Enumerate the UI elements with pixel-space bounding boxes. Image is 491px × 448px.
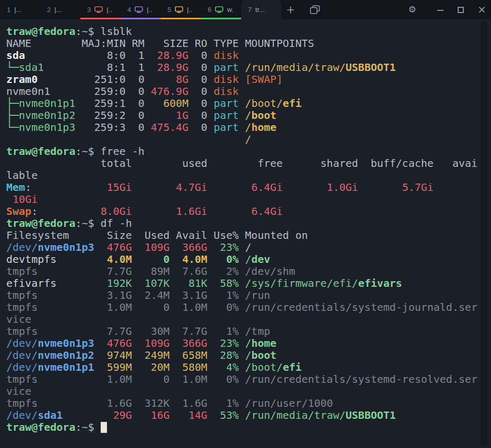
- terminal-line: vice: [6, 385, 491, 397]
- new-tab-button[interactable]: [281, 0, 300, 19]
- tab-number: 2: [47, 6, 51, 14]
- terminal-line: zram0 251:0 0 8G 0 disk [SWAP]: [6, 74, 491, 86]
- maximize-icon: [457, 6, 464, 14]
- terminal-line: NAME MAJ:MIN RM SIZE RO TYPE MOUNTPOINTS: [6, 38, 491, 50]
- tab-title: |..: [106, 6, 112, 14]
- tab-number: 5: [167, 6, 171, 14]
- tab-title: |..: [187, 6, 193, 14]
- settings-button[interactable]: ⚙: [405, 0, 419, 19]
- terminal-line: devtmpfs 4.0M 0 4.0M 0% /dev: [6, 253, 491, 265]
- terminal-line: /: [6, 134, 491, 146]
- tab-5[interactable]: 5 |..: [161, 0, 201, 19]
- plus-icon: [286, 6, 295, 14]
- gear-icon: ⚙: [408, 5, 416, 14]
- text-cursor: [101, 422, 107, 433]
- terminal-line: efivarfs 192K 107K 81K 58% /sys/firmware…: [6, 277, 491, 289]
- terminal-line: Swap: 8.0Gi 1.6Gi 6.4Gi: [6, 205, 491, 217]
- terminal-line: nvme0n1 259:0 0 476.9G 0 disk: [6, 86, 491, 98]
- minimize-button[interactable]: [434, 0, 447, 19]
- scrollbar[interactable]: [481, 21, 487, 446]
- maximize-button[interactable]: [454, 0, 468, 19]
- terminal-line: traw@fedora:~$: [6, 421, 491, 433]
- terminal-line: traw@fedora:~$ free -h: [6, 146, 491, 158]
- terminal-line: traw@fedora:~$ lsblk: [6, 26, 491, 38]
- tab-1[interactable]: 1|...: [0, 0, 40, 19]
- tab-title: w.: [227, 6, 233, 14]
- terminal-line: traw@fedora:~$ df -h: [6, 217, 491, 229]
- tab-title: |..: [147, 6, 152, 14]
- terminal-line: tmpfs 7.7G 30M 7.7G 1% /tmp: [6, 325, 491, 337]
- close-icon: [478, 6, 486, 14]
- monitor-icon: [135, 6, 143, 13]
- tab-2[interactable]: 2|...: [40, 0, 80, 19]
- terminal-line: tmpfs 7.7G 89M 7.6G 2% /dev/shm: [6, 265, 491, 277]
- tab-number: 1: [7, 6, 10, 14]
- terminal-line: ├─nvme0n1p1 259:1 0 600M 0 part /boot/ef…: [6, 98, 491, 110]
- tab-title: |...: [14, 6, 21, 14]
- terminal-line: /dev/sda1 29G 16G 14G 53% /run/media/tra…: [6, 409, 491, 421]
- terminal-screen[interactable]: traw@fedora:~$ lsblkNAME MAJ:MIN RM SIZE…: [0, 19, 491, 448]
- tab-4[interactable]: 4 |..: [121, 0, 161, 19]
- window-titlebar: 1|...2|...3 |..4 |..5 |..6 w.7tr... ⚙: [0, 0, 491, 19]
- tab-number: 4: [127, 6, 131, 14]
- tab-title: tr...: [255, 6, 265, 14]
- monitor-icon: [215, 6, 223, 13]
- terminal-line: tmpfs 1.6G 312K 1.6G 1% /run/user/1000: [6, 397, 491, 409]
- tab-title: |...: [54, 6, 62, 14]
- terminal-line: /dev/nvme0n1p3 476G 109G 366G 23% /home: [6, 337, 491, 349]
- terminal-line: Filesystem Size Used Avail Use% Mounted …: [6, 229, 491, 241]
- tab-overview-button[interactable]: [305, 0, 324, 19]
- tab-overview-icon: [310, 5, 320, 14]
- terminal-line: tmpfs 3.1G 2.4M 3.1G 1% /run: [6, 289, 491, 301]
- terminal-line: Mem: 15Gi 4.7Gi 6.4Gi 1.0Gi 5.7Gi: [6, 181, 491, 193]
- terminal-line: tmpfs 1.0M 0 1.0M 0% /run/credentials/sy…: [6, 373, 491, 385]
- tab-number: 6: [208, 6, 211, 14]
- monitor-icon: [175, 6, 183, 13]
- minimize-icon: [437, 6, 444, 14]
- terminal-line: /dev/nvme0n1p2 974M 249M 658M 28% /boot: [6, 349, 491, 361]
- terminal-line: └─sda1 8:1 1 28.9G 0 part /run/media/tra…: [6, 62, 491, 74]
- terminal-line: /dev/nvme0n1p1 599M 20M 580M 4% /boot/ef…: [6, 361, 491, 373]
- terminal-line: lable: [6, 169, 491, 181]
- tab-7[interactable]: 7tr...: [241, 0, 281, 19]
- close-button[interactable]: [475, 0, 488, 19]
- window-controls: ⚙: [405, 0, 491, 19]
- tab-3[interactable]: 3 |..: [80, 0, 121, 19]
- tab-number: 3: [87, 6, 91, 14]
- terminal-line: └─nvme0n1p3 259:3 0 475.4G 0 part /home: [6, 122, 491, 134]
- tab-number: 7: [248, 6, 252, 14]
- monitor-icon: [94, 6, 103, 13]
- terminal-line: total used free shared buff/cache avai: [6, 158, 491, 169]
- terminal-line: 10Gi: [6, 193, 491, 205]
- terminal-line: tmpfs 1.0M 0 1.0M 0% /run/credentials/sy…: [6, 301, 491, 313]
- tab-6[interactable]: 6 w.: [201, 0, 241, 19]
- terminal-line: vice: [6, 313, 491, 325]
- terminal-line: sda 8:0 1 28.9G 0 disk: [6, 50, 491, 62]
- terminal-line: ├─nvme0n1p2 259:2 0 1G 0 part /boot: [6, 110, 491, 122]
- terminal-line: /dev/nvme0n1p3 476G 109G 366G 23% /: [6, 241, 491, 253]
